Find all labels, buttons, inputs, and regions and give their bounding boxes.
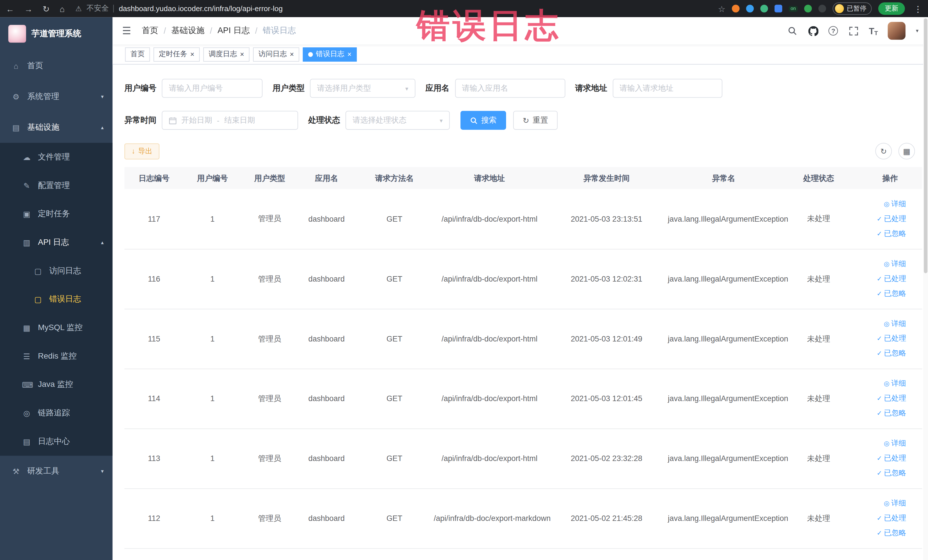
extension-icon-drop[interactable] — [746, 5, 754, 12]
mark-processed-link[interactable]: ✓已处理 — [858, 211, 906, 226]
sidebar-item-mysql-monitor[interactable]: ▦ MySQL 监控 — [0, 314, 113, 342]
breadcrumb-api-logs[interactable]: API 日志 — [217, 25, 250, 36]
close-icon[interactable]: × — [290, 50, 294, 58]
request-url-label: 请求地址 — [575, 83, 607, 93]
check-icon: ✓ — [877, 455, 882, 462]
user-type-select[interactable]: 请选择用户类型 ▾ — [310, 79, 415, 98]
column-header: 日志编号 — [124, 167, 184, 189]
browser-home-icon[interactable]: ⌂ — [60, 4, 65, 14]
fullscreen-icon[interactable] — [848, 25, 859, 36]
app-name-input[interactable]: 请输入应用名 — [455, 79, 565, 98]
detail-link[interactable]: ◎详细 — [858, 436, 906, 451]
browser-forward-icon[interactable]: → — [24, 4, 32, 14]
extension-icon-grid[interactable] — [774, 5, 782, 12]
mark-ignored-link[interactable]: ✓已忽略 — [858, 286, 906, 301]
user-avatar[interactable] — [888, 22, 906, 40]
detail-link[interactable]: ◎详细 — [858, 197, 906, 211]
sidebar-item-scheduled-tasks[interactable]: ▣ 定时任务 — [0, 200, 113, 228]
breadcrumb-infrastructure[interactable]: 基础设施 — [171, 25, 205, 36]
extension-icon-paw[interactable] — [818, 5, 826, 12]
browser-reload-icon[interactable]: ↻ — [43, 4, 50, 14]
profile-chip[interactable]: 已暂停 — [833, 2, 872, 15]
detail-link[interactable]: ◎详细 — [858, 256, 906, 271]
sidebar-item-access-log[interactable]: ▢ 访问日志 — [0, 256, 113, 285]
browser-menu-icon[interactable]: ⋮ — [914, 4, 922, 14]
avatar-caret-icon[interactable]: ▾ — [916, 28, 918, 34]
browser-update-button[interactable]: 更新 — [878, 2, 905, 15]
processed-label: 已处理 — [884, 394, 906, 402]
refresh-table-button[interactable]: ↻ — [875, 143, 892, 159]
sidebar-item-log-center[interactable]: ▤ 日志中心 — [0, 427, 113, 456]
reset-button[interactable]: ↻ 重置 — [513, 111, 558, 130]
close-icon[interactable]: × — [190, 50, 195, 58]
table-header-row: 日志编号 用户编号 用户类型 应用名 请求方法名 请求地址 异常发生时间 异常名… — [124, 167, 922, 189]
font-size-icon[interactable]: TT — [869, 26, 878, 36]
process-status-select[interactable]: 请选择处理状态 ▾ — [345, 111, 450, 130]
address-bar[interactable]: ⚠ 不安全 dashboard.yudao.iocoder.cn/infra/l… — [75, 3, 718, 14]
cell-user-id: 1 — [184, 309, 241, 369]
mark-ignored-link[interactable]: ✓已忽略 — [858, 526, 906, 540]
column-settings-button[interactable]: ▦ — [898, 143, 915, 159]
extension-icon-leaf[interactable] — [804, 5, 812, 12]
request-url-input[interactable]: 请输入请求地址 — [612, 79, 722, 98]
detail-link[interactable]: ◎详细 — [858, 376, 906, 391]
mark-ignored-link[interactable]: ✓已忽略 — [858, 226, 906, 241]
mark-processed-link[interactable]: ✓已处理 — [858, 271, 906, 286]
bookmark-star-icon[interactable]: ☆ — [718, 4, 725, 14]
page-scrollbar[interactable] — [923, 17, 928, 560]
search-icon[interactable] — [787, 25, 798, 36]
check-icon: ✓ — [877, 215, 882, 222]
sidebar-item-api-logs[interactable]: ▥ API 日志 ▴ — [0, 228, 113, 257]
check-icon: ✓ — [877, 350, 882, 357]
tab-home[interactable]: 首页 — [125, 47, 150, 61]
help-icon[interactable]: ? — [829, 26, 838, 35]
mark-processed-link[interactable]: ✓已处理 — [858, 391, 906, 406]
sidebar-item-java-monitor[interactable]: ⌨ Java 监控 — [0, 370, 113, 399]
breadcrumb-home[interactable]: 首页 — [142, 25, 158, 36]
app-logo[interactable]: 芋道管理系统 — [0, 17, 113, 50]
mark-ignored-link[interactable]: ✓已忽略 — [858, 466, 906, 481]
search-button[interactable]: 搜索 — [461, 111, 506, 130]
extension-icon-orange[interactable] — [732, 5, 740, 12]
hamburger-icon[interactable]: ☰ — [122, 24, 131, 37]
sidebar-item-dev-tools[interactable]: ⚒ 研发工具 ▾ — [0, 456, 113, 487]
scrollbar-thumb[interactable] — [924, 18, 927, 273]
sidebar-item-home[interactable]: ⌂ 首页 — [0, 50, 113, 81]
extension-icon-on[interactable]: on — [789, 6, 798, 12]
export-button[interactable]: ↓ 导出 — [124, 143, 159, 159]
tab-scheduled-tasks[interactable]: 定时任务 × — [154, 47, 200, 61]
sidebar-item-tracing[interactable]: ◎ 链路追踪 — [0, 399, 113, 427]
close-icon[interactable]: × — [240, 50, 244, 58]
vue-devtools-icon[interactable] — [760, 5, 768, 12]
exception-time-range-picker[interactable]: 开始日期 - 结束日期 — [162, 111, 298, 130]
detail-link[interactable]: ◎详细 — [858, 316, 906, 331]
sidebar-item-label: Java 监控 — [38, 379, 73, 390]
sidebar-item-config-management[interactable]: ✎ 配置管理 — [0, 171, 113, 200]
cell-status: 未处理 — [779, 189, 858, 249]
sidebar-item-label: 配置管理 — [38, 180, 70, 191]
tab-schedule-log[interactable]: 调度日志 × — [203, 47, 250, 61]
sidebar-item-infrastructure[interactable]: ▤ 基础设施 ▴ — [0, 112, 113, 143]
detail-label: 详细 — [891, 499, 906, 507]
user-id-input[interactable]: 请输入用户编号 — [162, 79, 263, 98]
sidebar-item-error-log[interactable]: ▢ 错误日志 — [0, 285, 113, 314]
document-icon: ▢ — [33, 267, 43, 275]
tab-error-log[interactable]: 错误日志 × — [303, 47, 357, 61]
sidebar-item-system[interactable]: ⚙ 系统管理 ▾ — [0, 81, 113, 112]
cell-log-id: 112 — [124, 488, 184, 548]
sidebar-item-redis-monitor[interactable]: ☰ Redis 监控 — [0, 342, 113, 371]
close-icon[interactable]: × — [347, 50, 351, 58]
mark-ignored-link[interactable]: ✓已忽略 — [858, 406, 906, 421]
sidebar-item-file-management[interactable]: ☁ 文件管理 — [0, 143, 113, 171]
check-icon: ✓ — [877, 469, 882, 476]
browser-back-icon[interactable]: ← — [6, 4, 14, 14]
mark-processed-link[interactable]: ✓已处理 — [858, 331, 906, 346]
check-icon: ✓ — [877, 514, 882, 522]
detail-link[interactable]: ◎详细 — [858, 496, 906, 511]
tab-access-log[interactable]: 访问日志 × — [253, 47, 299, 61]
mark-processed-link[interactable]: ✓已处理 — [858, 451, 906, 466]
github-icon[interactable] — [808, 25, 818, 36]
mark-ignored-link[interactable]: ✓已忽略 — [858, 346, 906, 361]
cell-user-type: 管理员 — [241, 429, 298, 488]
mark-processed-link[interactable]: ✓已处理 — [858, 511, 906, 526]
